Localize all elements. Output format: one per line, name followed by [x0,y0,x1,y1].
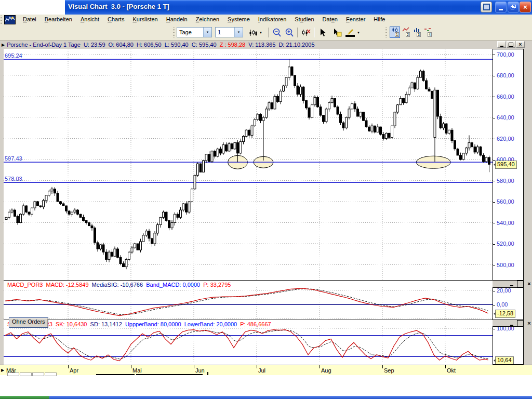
header-segment: V: 113.365 D: 21.10.2005 [245,42,314,48]
period-select[interactable]: Tage ▼ [177,27,212,37]
candle [305,101,308,108]
chart-type-dropdown[interactable]: ▼ [246,26,265,38]
chevron-down-icon[interactable]: ▼ [203,28,211,37]
candle [480,147,482,155]
panel-close-button[interactable]: × [516,41,525,48]
menu-item-handeln[interactable]: Handeln [162,15,192,25]
candle [351,104,353,109]
price-tick-label: 520,00 [497,241,514,247]
application-window: Visual Chart 3.0 - [Porsche 1 T] × Datei… [0,0,532,399]
titlebar: Visual Chart 3.0 - [Porsche 1 T] × [0,0,532,15]
menu-item-bearbeiten[interactable]: Bearbeiten [41,15,76,25]
pointer-tool-button[interactable] [316,26,328,38]
tick-mark [493,118,495,118]
macd-panel[interactable]: MACD_POR3 MACD: -12,5849 MediaSIG: -10,6… [4,281,493,320]
candle [94,228,96,243]
panel-close-button[interactable]: × [526,321,532,326]
candle [260,114,262,121]
brush-icon [344,29,356,37]
menu-item-kurslisten[interactable]: Kurslisten [128,15,162,25]
toolbar-grip[interactable] [385,28,387,37]
header-segment: LowerBand: 20,0000 [181,321,237,327]
candle [297,86,299,94]
panel-minimize-button[interactable] [508,321,515,326]
level-label: 578.03 [5,176,22,182]
chart-window-button-2[interactable]: 2 [401,26,411,38]
price-tick-label: 0,00 [497,301,508,308]
price-tick-label: 660,00 [497,94,514,100]
minimize-button[interactable] [495,2,507,12]
candle [382,134,384,138]
price-tick-label: 560,00 [497,198,514,205]
candle [142,235,144,242]
maximize-icon [517,320,524,327]
panel-close-button[interactable]: × [526,281,532,287]
draw-style-button[interactable]: ▼ [344,26,360,38]
menu-item-studien[interactable]: Studien [290,15,318,25]
candle [48,191,50,195]
panel-maximize-button[interactable] [517,321,524,326]
toolbar: Tage ▼ 1 ▼ ▼ ▼ [0,25,532,41]
price-chart-panel[interactable]: 695.24597.43578.03 Ohne Orders [4,49,493,281]
candle [434,90,436,137]
restore-button[interactable] [508,2,519,12]
candle [317,98,319,107]
no-orders-button[interactable]: Ohne Orders [9,317,48,328]
remove-indicator-button[interactable] [300,26,312,38]
app-icon[interactable] [4,15,16,24]
menubar-grip[interactable] [1,16,2,24]
menu-item-zeichnen[interactable]: Zeichnen [192,15,223,25]
menu-items: DateiBearbeitenAnsichtChartsKurslistenHa… [19,15,389,25]
candle [60,202,62,204]
tick-mark [493,305,495,305]
chevron-down-icon[interactable]: ▼ [234,28,243,37]
menu-item-indikatoren[interactable]: Indikatoren [254,15,290,25]
panel-maximize-button[interactable] [507,41,515,48]
candle [22,206,24,214]
panel-minimize-button[interactable] [508,281,515,287]
candle [188,202,190,212]
menu-item-datei[interactable]: Datei [19,15,41,25]
candle [205,154,207,161]
toolbar-grip[interactable] [173,28,175,37]
candle [440,116,442,128]
chart-window-button-3[interactable]: 3 [411,26,422,38]
candle [391,126,393,137]
last-value-badge: 10,64 [495,356,514,365]
candle [457,149,459,155]
tray-button[interactable] [481,2,492,12]
interval-select[interactable]: 1 ▼ [215,27,243,37]
start-button-edge[interactable] [0,396,49,399]
candle [360,112,362,116]
zoom-out-button[interactable] [271,26,283,38]
price-tick-label: 700,00 [497,51,514,58]
menu-item-charts[interactable]: Charts [103,15,128,25]
window-number: 1 [395,32,399,37]
pointer-note-tool-button[interactable] [331,26,343,38]
zoom-in-button[interactable] [283,26,295,38]
menu-item-hilfe[interactable]: Hilfe [369,15,389,25]
stochastic-panel[interactable]: Stochastic_POR3 SK: 10,6430 SD: 13,1412 … [4,320,493,365]
chart-info-bar: ▶ Porsche - End-of-Day 1 Tage U: 23:59 O… [0,41,532,49]
taskbar-edge[interactable] [49,396,532,399]
panel-minimize-button[interactable] [497,41,506,48]
header-segment: SD: 13,1412 [87,321,122,327]
chart-window-button-4[interactable]: 4 [422,26,433,38]
candle [174,214,176,222]
menu-item-ansicht[interactable]: Ansicht [76,15,103,25]
candle [408,88,410,94]
time-axis[interactable]: ▶ MärAprMaiJunJulAugSepOkt [0,365,532,375]
titlebar-blank-area [0,0,65,15]
candle [31,208,33,214]
header-segment: MediaSIG: -10,6766 [89,282,143,288]
candle [283,86,285,91]
menu-item-fenster[interactable]: Fenster [342,15,369,25]
candle [191,189,193,202]
tray-icon [483,4,490,10]
candle [157,225,159,233]
menu-item-systeme[interactable]: Systeme [223,15,254,25]
panel-maximize-button[interactable] [517,281,524,287]
close-button[interactable]: × [520,2,531,12]
menu-item-daten[interactable]: Daten [318,15,342,25]
chart-window-button-1[interactable]: 1 [390,26,400,38]
